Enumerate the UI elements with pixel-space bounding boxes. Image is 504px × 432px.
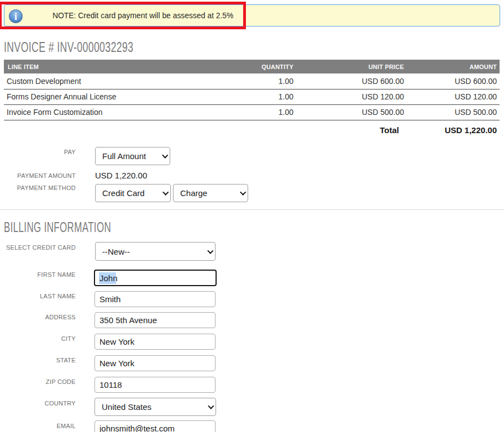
section-divider: [0, 209, 504, 210]
payment-method-label: PAYMENT METHOD: [0, 185, 76, 192]
charge-action-select-wrap: Charge: [173, 184, 248, 202]
table-row: Custom Development 1.00 USD 600.00 USD 6…: [4, 73, 500, 89]
payment-method-select-wrap: Credit Card: [95, 184, 171, 202]
table-total-row: Total USD 1,220.00: [4, 120, 500, 140]
total-label: Total: [296, 120, 407, 140]
header-quantity: QUANTITY: [186, 60, 296, 73]
city-label: CITY: [0, 335, 76, 343]
email-input[interactable]: [95, 420, 216, 432]
email-label: EMAIL: [0, 423, 76, 430]
credit-card-select[interactable]: --New--: [95, 242, 216, 261]
cell-item: Custom Development: [4, 73, 186, 89]
cell-item: Forms Designer Annual License: [4, 89, 186, 104]
address-label: ADDRESS: [0, 314, 76, 321]
note-text: NOTE: Credit card payment will be assess…: [53, 5, 233, 26]
line-items-table: LINE ITEM QUANTITY UNIT PRICE AMOUNT Cus…: [4, 60, 500, 140]
country-select-wrap: United States: [95, 398, 216, 416]
cell-amount: USD 120.00: [407, 89, 500, 104]
cell-unit-price: USD 600.00: [296, 73, 407, 89]
cell-item: Invoice Form Customization: [4, 104, 186, 120]
table-row: Forms Designer Annual License 1.00 USD 1…: [4, 89, 500, 104]
address-input[interactable]: [95, 312, 216, 328]
first-name-input[interactable]: [94, 270, 217, 286]
select-credit-card-label: SELECT CREDIT CARD: [0, 244, 76, 251]
cell-unit-price: USD 120.00: [296, 89, 407, 104]
last-name-input[interactable]: [95, 291, 216, 307]
header-amount: AMOUNT: [407, 60, 500, 73]
cell-quantity: 1.00: [186, 73, 296, 89]
country-select[interactable]: United States: [95, 398, 216, 416]
state-label: STATE: [0, 357, 76, 364]
charge-action-select[interactable]: Charge: [173, 184, 248, 202]
last-name-label: LAST NAME: [0, 293, 76, 300]
header-unit-price: UNIT PRICE: [296, 60, 407, 73]
payment-method-select[interactable]: Credit Card: [95, 184, 171, 202]
zip-code-input[interactable]: [95, 377, 216, 393]
pay-label: PAY: [0, 149, 76, 156]
payment-amount-label: PAYMENT AMOUNT: [0, 172, 76, 180]
cell-quantity: 1.00: [186, 89, 296, 104]
table-row: Invoice Form Customization 1.00 USD 500.…: [4, 104, 500, 120]
header-line-item: LINE ITEM: [4, 60, 186, 73]
credit-card-select-wrap: --New--: [95, 242, 216, 261]
note-banner: i NOTE: Credit card payment will be asse…: [4, 4, 500, 27]
cell-quantity: 1.00: [186, 104, 296, 120]
first-name-label: FIRST NAME: [0, 271, 76, 278]
pay-select[interactable]: Full Amount: [95, 147, 170, 165]
cell-amount: USD 600.00: [407, 73, 500, 89]
invoice-title: INVOICE # INV-0000032293: [4, 39, 133, 55]
total-value: USD 1,220.00: [407, 120, 500, 140]
zip-code-label: ZIP CODE: [0, 378, 76, 386]
city-input[interactable]: [95, 334, 216, 350]
cell-unit-price: USD 500.00: [296, 104, 407, 120]
cell-amount: USD 500.00: [407, 104, 500, 120]
state-input[interactable]: [95, 355, 216, 371]
payment-amount-value: USD 1,220.00: [95, 171, 147, 180]
payment-page: i NOTE: Credit card payment will be asse…: [0, 0, 504, 432]
billing-title: BILLING INFORMATION: [4, 219, 111, 235]
country-label: COUNTRY: [0, 400, 76, 407]
pay-select-wrap: Full Amount: [95, 147, 170, 165]
info-icon: i: [9, 9, 23, 23]
table-header-row: LINE ITEM QUANTITY UNIT PRICE AMOUNT: [4, 60, 500, 73]
